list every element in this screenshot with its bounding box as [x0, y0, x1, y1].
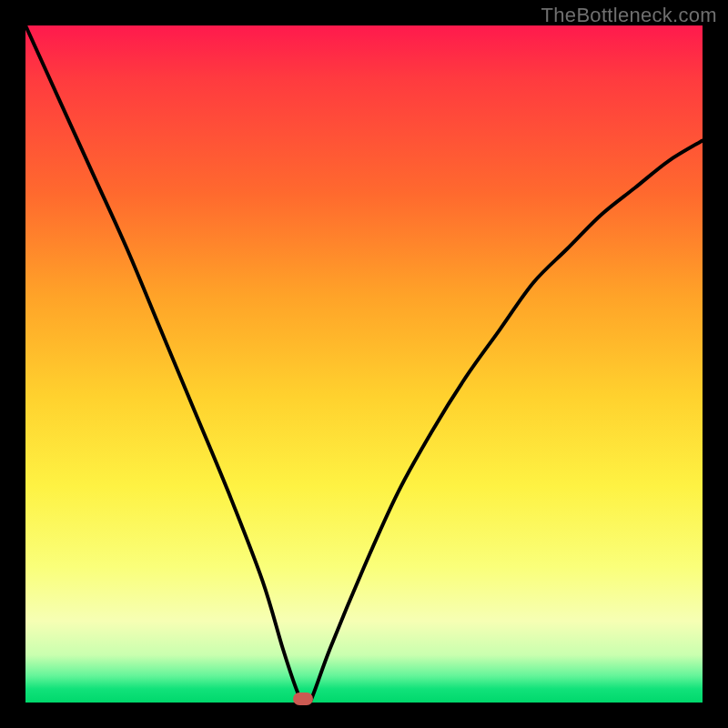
- optimum-marker: [293, 693, 313, 705]
- watermark-text: TheBottleneck.com: [541, 4, 717, 27]
- bottleneck-curve: [25, 25, 703, 703]
- plot-area: [25, 25, 703, 703]
- chart-frame: TheBottleneck.com: [0, 0, 728, 728]
